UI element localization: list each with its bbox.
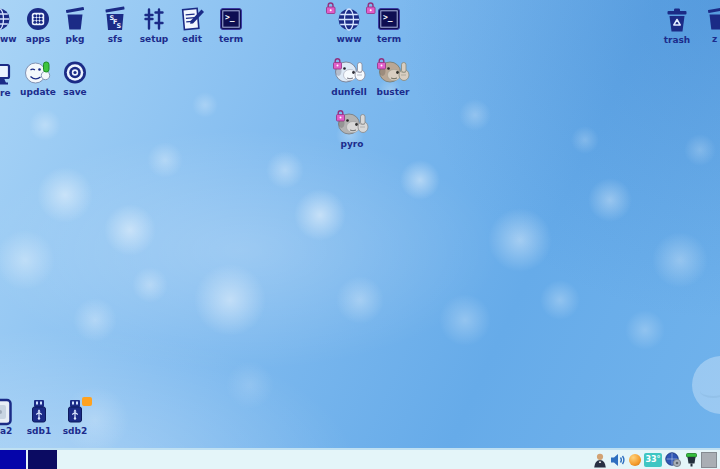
icon-label: pyro [341,139,364,149]
hard-drive-icon [0,398,12,426]
icon-label: dunfell [331,87,366,97]
lock-icon [337,111,345,121]
menu-button[interactable] [0,450,26,469]
icon-label: sfs [108,34,123,44]
lock-icon [365,2,377,15]
globe-gear-icon[interactable] [665,452,682,468]
desktop-icon-pkg[interactable]: pkg [53,6,97,44]
desktop-icon-trash[interactable]: trash [655,6,699,45]
usb-eject-icon[interactable] [685,452,698,467]
icon-label: pkg [66,34,85,44]
desktop-icon-term[interactable]: >_ term [209,6,253,44]
bullseye-icon [62,59,88,86]
monitor-icon [0,60,13,86]
trash-icon [663,6,691,34]
apps-grid-icon [25,6,51,33]
puppy-face-icon [332,58,366,86]
lock-icon [325,2,337,15]
system-tray: 33° [593,450,717,469]
edit-document-icon [179,6,205,33]
globe-icon [336,6,362,33]
drive-icon-sdb2[interactable]: sdb2 [53,397,97,436]
cpu-temperature-badge[interactable]: 33° [644,453,662,467]
icon-label: sdb1 [27,426,52,436]
desktop-icon-dunfell[interactable]: dunfell [327,58,371,97]
lock-icon [334,59,342,69]
icon-label: ww [0,34,17,44]
desktop-icon-pyro[interactable]: pyro [330,110,374,149]
mounted-badge [82,397,92,406]
desktop-wallpaper: ww apps pkg SFS sfs [0,0,720,469]
svg-text:S: S [117,22,122,30]
taskbar: 33° [0,448,720,469]
icon-label: www [337,34,362,44]
package-bucket-icon [62,6,88,33]
package-bucket-icon [704,6,720,33]
sliders-icon [141,6,167,33]
user-icon[interactable] [593,452,607,468]
icon-label: trash [664,35,691,45]
icon-label: buster [376,87,409,97]
desktop-icon-buster[interactable]: buster [371,58,415,97]
puppy-face-icon [335,110,369,138]
icon-label: sdb2 [63,426,88,436]
tray-placeholder[interactable] [701,452,717,468]
desktop-icon-term-sandboxed[interactable]: >_ term [367,6,411,44]
desktop-icon-save[interactable]: save [53,59,97,97]
usb-stick-icon [26,397,52,425]
svg-text:>_: >_ [383,13,393,22]
lock-icon [378,59,386,69]
svg-text:>_: >_ [225,13,235,22]
network-ball-icon[interactable] [629,454,641,466]
icon-label: update [20,87,56,97]
icon-label: save [63,87,86,97]
volume-icon[interactable] [610,453,626,467]
icon-label: setup [140,34,169,44]
icon-label: a2 [0,426,12,436]
desktop-icon-sfs[interactable]: SFS sfs [93,6,137,44]
icon-label: edit [182,34,202,44]
terminal-icon: >_ [376,6,402,33]
puppy-watermark [692,356,720,414]
window-task-button[interactable] [28,450,57,469]
update-smiley-icon [24,59,52,86]
icon-label: apps [26,34,50,44]
globe-icon [0,6,12,32]
terminal-icon: >_ [218,6,244,33]
sfs-box-icon: SFS [102,6,128,33]
puppy-face-icon [376,58,410,86]
icon-label: term [219,34,243,44]
icon-label: re [0,88,11,98]
icon-label: term [377,34,401,44]
desktop-icon-edit[interactable]: edit [170,6,214,44]
icon-label: z [712,34,717,44]
